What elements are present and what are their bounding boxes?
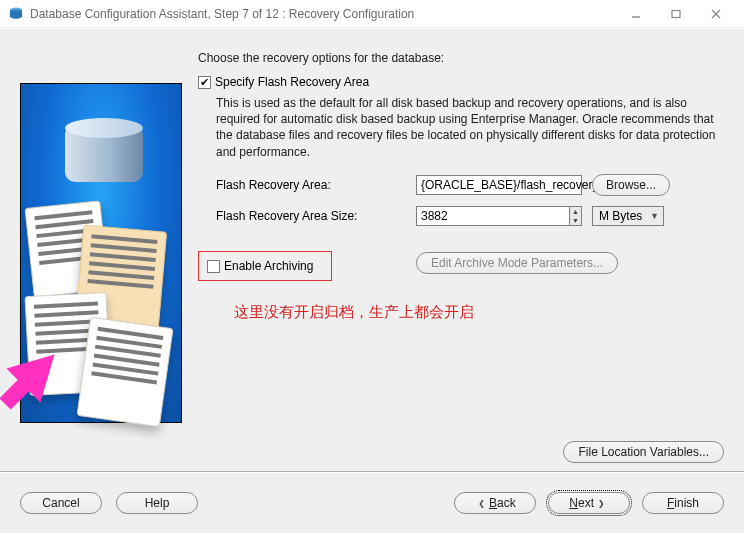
maximize-button[interactable]	[656, 2, 696, 26]
help-button[interactable]: Help	[116, 492, 198, 514]
next-button[interactable]: Next ❯	[548, 492, 630, 514]
chevron-down-icon: ▼	[650, 211, 659, 221]
back-label-suffix: ack	[497, 496, 516, 510]
back-mnemonic: B	[489, 496, 497, 510]
close-button[interactable]	[696, 2, 736, 26]
flash-size-input[interactable]: 3882	[416, 206, 570, 226]
flash-recovery-description: This is used as the default for all disk…	[216, 95, 724, 160]
titlebar: Database Configuration Assistant, Step 7…	[0, 0, 744, 28]
minimize-button[interactable]	[616, 2, 656, 26]
spinner-down-icon[interactable]: ▼	[570, 216, 581, 225]
specify-flash-recovery-label: Specify Flash Recovery Area	[215, 75, 369, 89]
next-label-suffix: ext	[578, 496, 594, 510]
wizard-side-image	[20, 83, 182, 423]
file-location-variables-button[interactable]: File Location Variables...	[563, 441, 724, 463]
annotation-text: 这里没有开启归档，生产上都会开启	[234, 303, 474, 322]
flash-size-spinner[interactable]: ▲ ▼	[570, 206, 582, 226]
flash-area-input[interactable]: {ORACLE_BASE}/flash_recovery_	[416, 175, 582, 195]
next-mnemonic: N	[569, 496, 578, 510]
wizard-button-bar: Cancel Help ❮ Back Next ❯ Finish	[0, 471, 744, 533]
app-icon	[8, 6, 24, 22]
spinner-up-icon[interactable]: ▲	[570, 207, 581, 216]
size-unit-combo[interactable]: M Bytes ▼	[592, 206, 664, 226]
enable-archiving-checkbox[interactable]	[207, 260, 220, 273]
browse-button[interactable]: Browse...	[592, 174, 670, 196]
back-arrow-icon: ❮	[478, 497, 485, 510]
finish-label-suffix: inish	[674, 496, 699, 510]
enable-archiving-label: Enable Archiving	[224, 259, 313, 273]
finish-mnemonic: F	[667, 496, 674, 510]
instruction-text: Choose the recovery options for the data…	[198, 51, 444, 65]
edit-archive-mode-button: Edit Archive Mode Parameters...	[416, 252, 618, 274]
back-button[interactable]: ❮ Back	[454, 492, 536, 514]
finish-button[interactable]: Finish	[642, 492, 724, 514]
size-unit-value: M Bytes	[599, 209, 642, 223]
flash-area-label: Flash Recovery Area:	[216, 178, 416, 192]
svg-rect-3	[672, 10, 680, 17]
flash-size-label: Flash Recovery Area Size:	[216, 209, 416, 223]
next-arrow-icon: ❯	[598, 497, 605, 510]
window-title: Database Configuration Assistant, Step 7…	[30, 7, 414, 21]
cancel-button[interactable]: Cancel	[20, 492, 102, 514]
specify-flash-recovery-checkbox[interactable]: ✔	[198, 76, 211, 89]
enable-archiving-highlight: Enable Archiving	[198, 251, 332, 281]
